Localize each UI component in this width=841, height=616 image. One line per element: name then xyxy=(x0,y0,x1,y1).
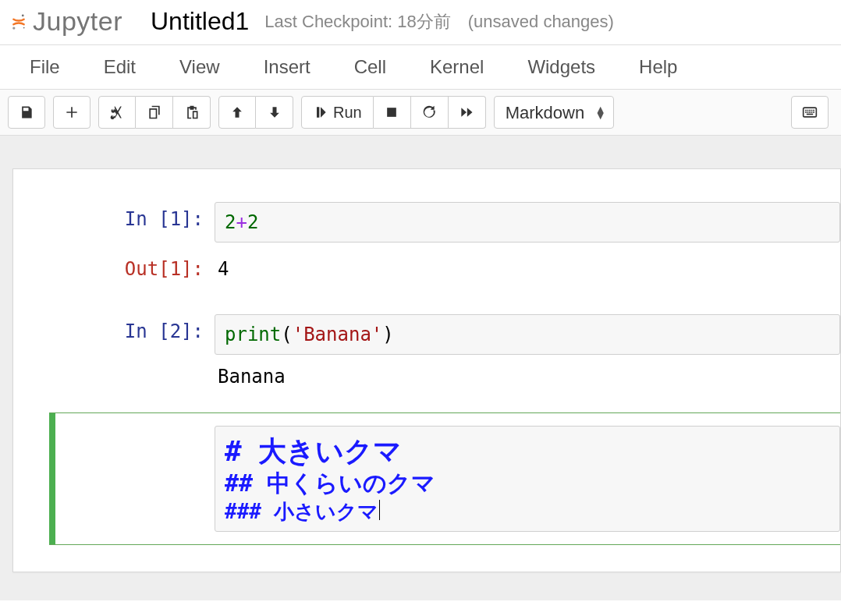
svg-rect-11 xyxy=(807,112,809,113)
notebook-title[interactable]: Untitled1 xyxy=(151,7,249,36)
notebook-header: Jupyter Untitled1 Last Checkpoint: 18分前 … xyxy=(0,0,841,44)
menubar: File Edit View Insert Cell Kernel Widget… xyxy=(0,44,841,90)
markdown-heading-3: ### 小さいクマ xyxy=(225,498,830,525)
menu-kernel[interactable]: Kernel xyxy=(408,45,506,89)
svg-point-1 xyxy=(12,27,15,29)
svg-rect-14 xyxy=(813,112,814,113)
command-palette-button[interactable] xyxy=(791,96,829,129)
notebook-scroll-area[interactable]: In [1]: 2+2 Out[1]: 4 In [2]: print('Ban… xyxy=(0,136,841,600)
svg-rect-9 xyxy=(813,110,814,112)
svg-point-0 xyxy=(22,14,24,16)
menu-file[interactable]: File xyxy=(8,45,82,89)
input-prompt: In [2]: xyxy=(13,314,215,349)
svg-rect-10 xyxy=(805,112,807,113)
svg-rect-5 xyxy=(805,110,807,112)
save-icon xyxy=(19,104,34,120)
svg-rect-3 xyxy=(387,108,396,117)
menu-edit[interactable]: Edit xyxy=(82,45,158,89)
paste-icon xyxy=(184,104,200,120)
interrupt-kernel-button[interactable] xyxy=(374,96,411,129)
restart-kernel-button[interactable] xyxy=(411,96,449,129)
markdown-heading-1: # 大きいクマ xyxy=(225,434,830,469)
jupyter-logo[interactable]: Jupyter xyxy=(11,6,122,37)
keyboard-icon xyxy=(802,104,818,120)
svg-rect-6 xyxy=(807,110,809,112)
jupyter-logo-text: Jupyter xyxy=(33,6,122,37)
run-icon xyxy=(313,104,328,120)
code-editor[interactable]: 2+2 xyxy=(215,202,840,243)
menu-insert[interactable]: Insert xyxy=(242,45,332,89)
markdown-editor[interactable]: # 大きいクマ ## 中くらいのクマ ### 小さいクマ xyxy=(215,426,840,532)
code-editor[interactable]: print('Banana') xyxy=(215,314,840,355)
stdout-output: Banana xyxy=(215,355,840,394)
cell-type-select[interactable]: Markdown xyxy=(494,96,614,129)
code-cell[interactable]: In [2]: print('Banana') Banana xyxy=(13,310,840,398)
input-prompt: In [1]: xyxy=(13,202,215,236)
celltype-select-wrap[interactable]: Markdown ▲▼ xyxy=(494,96,614,129)
run-cell-button[interactable]: Run xyxy=(301,96,374,129)
unsaved-indicator: (unsaved changes) xyxy=(468,12,614,32)
menu-cell[interactable]: Cell xyxy=(332,45,408,89)
move-cell-up-button[interactable] xyxy=(218,96,256,129)
menu-view[interactable]: View xyxy=(158,45,242,89)
plus-icon xyxy=(64,104,80,120)
svg-point-2 xyxy=(23,27,25,28)
restart-run-all-button[interactable] xyxy=(449,96,486,129)
insert-cell-below-button[interactable] xyxy=(53,96,90,129)
copy-cell-button[interactable] xyxy=(136,96,173,129)
svg-rect-12 xyxy=(809,112,811,113)
svg-rect-7 xyxy=(809,110,811,112)
svg-rect-15 xyxy=(807,114,813,115)
output-row: Out[1]: 4 xyxy=(13,247,840,291)
notebook-page: In [1]: 2+2 Out[1]: 4 In [2]: print('Ban… xyxy=(12,168,841,572)
move-cell-down-button[interactable] xyxy=(256,96,293,129)
output-prompt: Out[1]: xyxy=(13,252,215,286)
save-button[interactable] xyxy=(8,96,45,129)
arrow-down-icon xyxy=(267,104,282,120)
markdown-cell-selected[interactable]: # 大きいクマ ## 中くらいのクマ ### 小さいクマ xyxy=(49,412,840,545)
run-button-label: Run xyxy=(333,104,362,122)
arrow-up-icon xyxy=(229,104,245,120)
execute-result: 4 xyxy=(215,252,840,286)
jupyter-planet-icon xyxy=(11,14,27,30)
toolbar: Run Markdown ▲▼ xyxy=(0,90,841,136)
menu-widgets[interactable]: Widgets xyxy=(506,45,617,89)
paste-cell-button[interactable] xyxy=(173,96,211,129)
copy-icon xyxy=(147,104,162,120)
text-caret xyxy=(379,500,380,520)
code-cell[interactable]: In [1]: 2+2 xyxy=(13,197,840,247)
scissors-icon xyxy=(109,104,125,120)
fast-forward-icon xyxy=(459,104,474,120)
stop-icon xyxy=(384,104,399,120)
svg-rect-13 xyxy=(811,112,813,113)
menu-help[interactable]: Help xyxy=(617,45,699,89)
markdown-heading-2: ## 中くらいのクマ xyxy=(225,469,830,498)
checkpoint-status: Last Checkpoint: 18分前 xyxy=(264,10,450,34)
cut-cell-button[interactable] xyxy=(98,96,136,129)
restart-icon xyxy=(421,104,437,120)
svg-rect-8 xyxy=(811,110,813,112)
